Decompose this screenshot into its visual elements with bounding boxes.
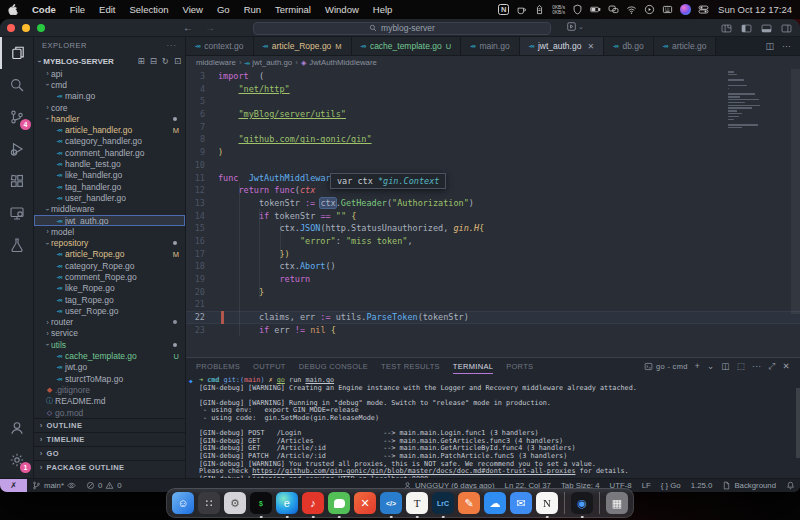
keyboard-icon[interactable] xyxy=(662,4,673,15)
activitybar-search[interactable] xyxy=(0,69,34,101)
tree-item-like_Rope.go[interactable]: -∞like_Rope.go xyxy=(34,283,185,294)
tree-item-README.md[interactable]: ⓘREADME.md xyxy=(34,396,185,407)
command-decoration-icon[interactable]: ◆ xyxy=(189,377,193,385)
menu-view[interactable]: View xyxy=(176,0,210,19)
code-line[interactable]: 7 xyxy=(186,121,800,134)
tree-item-user_Rope.go[interactable]: -∞user_Rope.go xyxy=(34,305,185,316)
code-line[interactable]: 17 }) xyxy=(186,248,800,261)
tab-article.go[interactable]: -∞article.go xyxy=(654,37,717,55)
dock-icon-typora[interactable]: T xyxy=(406,492,428,514)
code-line[interactable]: 13 tokenStr := ctx.GetHeader("Authorizat… xyxy=(186,197,800,210)
dock-icon-mail[interactable]: ✉ xyxy=(510,492,532,514)
menu-terminal[interactable]: Terminal xyxy=(268,0,318,19)
code-line[interactable]: 18 ctx.Abort() xyxy=(186,260,800,273)
settings-gear-icon[interactable]: 1 xyxy=(0,444,34,476)
tree-item-core[interactable]: ›core xyxy=(34,102,185,113)
activitybar-testing[interactable] xyxy=(0,229,34,261)
tree-item-sturctToMap.go[interactable]: -∞sturctToMap.go xyxy=(34,373,185,384)
dock-icon-finder[interactable]: ☺ xyxy=(172,492,194,514)
panel-tab-output[interactable]: OUTPUT xyxy=(253,362,286,371)
code-line[interactable]: 6 "myBlog/server/utils" xyxy=(186,108,800,121)
app-icon-1[interactable] xyxy=(516,4,527,15)
statusbar-item-7[interactable]: Background xyxy=(717,481,781,490)
tree-item-service[interactable]: ›service xyxy=(34,328,185,339)
tab-context.go[interactable]: -∞context.go xyxy=(186,37,254,55)
window-titlebar[interactable]: ← → myblog-server ⌄ xyxy=(0,19,800,37)
split-terminal-icon[interactable]: ◫ xyxy=(721,361,729,371)
forward-button[interactable]: → xyxy=(205,22,215,33)
toggle-secondary-sidebar-icon[interactable] xyxy=(781,23,792,34)
dock-icon-terminal[interactable]: $ xyxy=(250,492,272,514)
activitybar-extensions[interactable] xyxy=(0,165,34,197)
back-button[interactable]: ← xyxy=(183,22,193,33)
tree-item-user_handler.go[interactable]: -∞user_handler.go xyxy=(34,192,185,203)
dock-icon-trash[interactable]: ▦ xyxy=(606,492,628,514)
dock-icon-notion[interactable]: N xyxy=(536,492,558,514)
tree-item-like_handler.go[interactable]: -∞like_handler.go xyxy=(34,170,185,181)
code-line[interactable]: 3import ( xyxy=(186,70,800,83)
tab-article_Rope.go[interactable]: -∞article_Rope.goM xyxy=(254,37,352,55)
tree-item-tag_handler.go[interactable]: -∞tag_handler.go xyxy=(34,181,185,192)
notion-statusbar-icon[interactable]: N xyxy=(498,4,509,15)
code-line[interactable]: 16 "error": "miss token", xyxy=(186,235,800,248)
tree-item-go.mod[interactable]: ◇go.mod xyxy=(34,407,185,418)
collapse-all-icon[interactable]: ⊡ xyxy=(174,56,181,66)
tab-jwt_auth.go[interactable]: -∞jwt_auth.go✕ xyxy=(520,37,604,55)
menu-selection[interactable]: Selection xyxy=(122,0,175,19)
control-center-icon[interactable] xyxy=(698,4,709,15)
menubar-clock[interactable]: Sun Oct 12 17:24 xyxy=(718,4,792,15)
customize-layout-icon[interactable] xyxy=(721,23,732,34)
code-line[interactable]: 22 claims, err := utils.ParseToken(token… xyxy=(186,311,800,324)
tree-item-category_Rope.go[interactable]: -∞category_Rope.go xyxy=(34,260,185,271)
terminal[interactable]: ◆➜ cmd git:(main) ✗ go run main.go[GIN-d… xyxy=(186,377,792,492)
dock-icon-launchpad[interactable]: ∷ xyxy=(198,492,220,514)
terminal-dropdown-icon[interactable]: ⌄ xyxy=(707,361,714,371)
dock-icon-edge[interactable]: e xyxy=(276,492,298,514)
code-line[interactable]: 23 if err != nil { xyxy=(186,324,800,337)
breadcrumb-item[interactable]: jwt_auth.go xyxy=(252,58,292,67)
tree-item-article_handler.go[interactable]: -∞article_handler.goM xyxy=(34,124,185,135)
minimize-window-button[interactable] xyxy=(22,24,30,32)
new-file-icon[interactable]: ⊞ xyxy=(138,56,145,66)
tree-item-model[interactable]: ›model xyxy=(34,226,185,237)
git-branch-item[interactable]: main* xyxy=(27,481,81,490)
close-panel-icon[interactable]: ✕ xyxy=(783,361,790,371)
new-folder-icon[interactable]: ⊟ xyxy=(150,56,157,66)
code-line[interactable]: 19 return xyxy=(186,273,800,286)
wifi-icon[interactable] xyxy=(626,4,637,15)
remote-indicator[interactable]: ✗ xyxy=(0,479,27,493)
tree-item-handle_test.go[interactable]: -∞handle_test.go xyxy=(34,158,185,169)
code-line[interactable]: 8 "github.com/gin-gonic/gin" xyxy=(186,133,800,146)
split-editor-icon[interactable]: ◫ xyxy=(765,41,774,51)
statusbar-item-5[interactable]: { } Go xyxy=(656,481,686,490)
breadcrumb-item[interactable]: JwtAuthMiddleware xyxy=(309,58,377,67)
terminal-scrollbar[interactable] xyxy=(796,388,800,458)
tree-item-api[interactable]: ›api xyxy=(34,68,185,79)
tree-item-jwt_auth.go[interactable]: -∞jwt_auth.go xyxy=(34,215,185,226)
close-window-button[interactable] xyxy=(7,24,15,32)
code-line[interactable]: 4 "net/http" xyxy=(186,83,800,96)
code-line[interactable]: 20 } xyxy=(186,286,800,299)
panel-tab-terminal[interactable]: TERMINAL xyxy=(453,362,493,374)
activitybar-remote-explorer[interactable] xyxy=(0,197,34,229)
code-editor[interactable]: 3import (4 "net/http"56 "myBlog/server/u… xyxy=(186,69,800,357)
tree-item-jwt.go[interactable]: -∞jwt.go xyxy=(34,362,185,373)
code-line[interactable]: 10 xyxy=(186,159,800,172)
menu-file[interactable]: File xyxy=(63,0,92,19)
app-icon-2[interactable] xyxy=(534,4,545,15)
menu-help[interactable]: Help xyxy=(366,0,400,19)
panel-tab-problems[interactable]: PROBLEMS xyxy=(196,362,240,371)
maximize-window-button[interactable] xyxy=(37,24,45,32)
explorer-root-folder[interactable]: › MYBLOG-SERVER ⊞⊟↻⊡ xyxy=(34,54,185,68)
dock-icon-music[interactable]: ♪ xyxy=(302,492,324,514)
new-terminal-icon[interactable]: + xyxy=(695,361,700,371)
tab-more-actions-icon[interactable]: ··· xyxy=(782,41,791,51)
kill-terminal-icon[interactable]: ⬚ xyxy=(737,361,745,371)
activitybar-source-control[interactable]: 4 xyxy=(0,101,34,133)
activitybar-explorer[interactable] xyxy=(0,37,34,69)
section-go[interactable]: ›GO xyxy=(34,446,185,460)
tree-item-middleware[interactable]: ›middleware xyxy=(34,204,185,215)
dock-icon-pen-app[interactable]: ✎ xyxy=(458,492,480,514)
tab-db.go[interactable]: -∞db.go xyxy=(604,37,654,55)
shield-icon[interactable] xyxy=(572,4,583,15)
